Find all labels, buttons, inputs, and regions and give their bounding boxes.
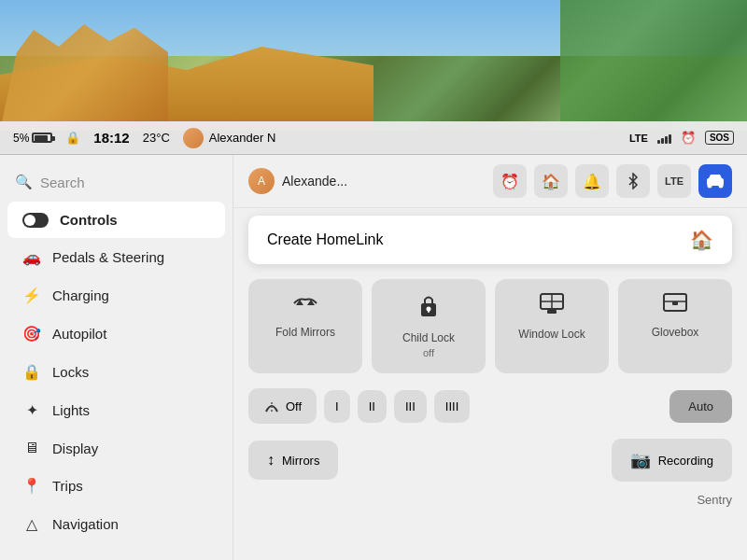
trips-icon: 📍 xyxy=(22,477,41,495)
battery-icon xyxy=(32,133,52,143)
child-lock-btn[interactable]: Child Lockoff xyxy=(372,279,486,373)
autopilot-icon: 🎯 xyxy=(22,325,41,343)
sentry-area: Sentry xyxy=(233,489,747,511)
sidebar-display-label: Display xyxy=(52,441,98,456)
svg-rect-9 xyxy=(547,310,557,314)
device-status-bar: 5% 🔒 18:12 23°C Alexander N LTE ⏰ SOS xyxy=(0,121,747,155)
user-profile-button[interactable]: A Alexande... xyxy=(248,168,347,194)
sidebar-locks-label: Locks xyxy=(52,364,89,380)
wiper-section: Off I II III IIII Auto xyxy=(233,381,747,431)
svg-point-1 xyxy=(708,184,712,189)
lte-status-label: LTE xyxy=(629,133,648,144)
svg-point-2 xyxy=(719,184,724,189)
user-avatar-status: Alexander N xyxy=(183,128,276,148)
bell-icon-btn[interactable]: 🔔 xyxy=(575,164,609,198)
child-lock-icon xyxy=(418,292,439,324)
signal-bars xyxy=(657,133,671,144)
navigation-icon: △ xyxy=(22,515,41,533)
sentry-label: Sentry xyxy=(697,493,732,507)
wiper-speed-3-btn[interactable]: III xyxy=(394,390,427,423)
alarm-icon-btn[interactable]: ⏰ xyxy=(493,164,527,198)
mirrors-icon: ↕ xyxy=(267,452,275,469)
sidebar-controls-label: Controls xyxy=(60,212,118,228)
top-icons-group: ⏰ 🏠 🔔 LTE xyxy=(493,164,732,198)
pedals-icon: 🚗 xyxy=(22,248,41,266)
charging-icon: ⚡ xyxy=(22,287,41,304)
sidebar-item-lights[interactable]: ✦ Lights xyxy=(7,391,225,429)
svg-rect-12 xyxy=(672,301,678,305)
display-icon: 🖥 xyxy=(22,440,41,456)
sidebar-charging-label: Charging xyxy=(52,287,109,303)
wiper-auto-btn[interactable]: Auto xyxy=(669,390,732,423)
bluetooth-icon-btn[interactable] xyxy=(616,164,650,198)
lights-icon: ✦ xyxy=(22,401,41,419)
fold-mirrors-icon xyxy=(292,292,318,318)
sidebar-item-pedals[interactable]: 🚗 Pedals & Steering xyxy=(7,238,225,276)
lock-icon: 🔒 xyxy=(65,131,80,145)
mirrors-btn[interactable]: ↕ Mirrors xyxy=(248,441,338,480)
recording-btn[interactable]: 📷 Recording xyxy=(612,439,732,482)
sidebar-trips-label: Trips xyxy=(52,478,83,494)
sidebar-item-controls[interactable]: Controls xyxy=(7,202,225,238)
right-top-bar: A Alexande... ⏰ 🏠 🔔 LTE xyxy=(233,155,747,208)
status-username: Alexander N xyxy=(209,131,276,145)
wiper-off-btn[interactable]: Off xyxy=(248,388,317,424)
svg-rect-5 xyxy=(428,309,430,313)
sidebar-item-display[interactable]: 🖥 Display xyxy=(7,429,225,467)
alarm-icon-status: ⏰ xyxy=(681,131,696,145)
bottom-section: ↕ Mirrors 📷 Recording xyxy=(233,431,747,489)
sidebar-item-charging[interactable]: ⚡ Charging xyxy=(7,276,225,315)
sidebar-item-locks[interactable]: 🔒 Locks xyxy=(7,353,225,391)
fold-mirrors-btn[interactable]: Fold Mirrors xyxy=(248,279,362,373)
window-lock-label: Window Lock xyxy=(518,328,585,343)
locks-icon: 🔒 xyxy=(22,363,41,381)
glovebox-icon xyxy=(662,292,688,318)
sidebar-item-navigation[interactable]: △ Navigation xyxy=(7,505,225,543)
glovebox-label: Glovebox xyxy=(652,326,699,341)
glovebox-btn[interactable]: Glovebox xyxy=(618,279,732,373)
window-lock-icon xyxy=(539,292,565,320)
recording-icon: 📷 xyxy=(630,450,651,470)
status-time: 18:12 xyxy=(93,130,129,146)
battery-display: 5% xyxy=(13,132,52,145)
sos-badge: SOS xyxy=(705,131,734,145)
sidebar-pedals-label: Pedals & Steering xyxy=(52,249,164,265)
search-icon: 🔍 xyxy=(15,174,33,190)
sidebar-item-trips[interactable]: 📍 Trips xyxy=(7,467,225,505)
home-icon-btn[interactable]: 🏠 xyxy=(534,164,568,198)
homelink-label: Create HomeLink xyxy=(267,231,384,248)
controls-toggle-icon xyxy=(22,213,49,228)
search-label: Search xyxy=(40,175,85,190)
car-mode-btn[interactable] xyxy=(698,164,732,198)
wiper-speed-1-btn[interactable]: I xyxy=(324,390,350,423)
status-temperature: 23°C xyxy=(143,131,170,145)
fold-mirrors-label: Fold Mirrors xyxy=(275,326,335,341)
controls-grid: Fold Mirrors Child Lockoff xyxy=(233,272,747,381)
wiper-off-label: Off xyxy=(286,399,302,413)
recording-label: Recording xyxy=(658,454,713,468)
wiper-auto-label: Auto xyxy=(688,399,713,413)
sidebar-navigation-label: Navigation xyxy=(52,516,119,532)
sidebar-autopilot-label: Autopilot xyxy=(52,326,106,342)
sidebar: 🔍 Search Controls 🚗 Pedals & Steering ⚡ … xyxy=(0,155,233,560)
main-content: 🔍 Search Controls 🚗 Pedals & Steering ⚡ … xyxy=(0,155,747,560)
right-panel: A Alexande... ⏰ 🏠 🔔 LTE xyxy=(233,155,747,560)
window-lock-btn[interactable]: Window Lock xyxy=(495,279,609,373)
background-photo xyxy=(0,0,747,131)
homelink-icon: 🏠 xyxy=(690,229,713,251)
wiper-speed-4-btn[interactable]: IIII xyxy=(434,390,470,423)
search-box[interactable]: 🔍 Search xyxy=(0,166,233,202)
sidebar-lights-label: Lights xyxy=(52,402,90,418)
lte-icon-btn[interactable]: LTE xyxy=(657,164,691,198)
sidebar-item-autopilot[interactable]: 🎯 Autopilot xyxy=(7,315,225,353)
mirrors-label: Mirrors xyxy=(282,454,319,468)
user-avatar: A xyxy=(248,168,275,194)
homelink-dropdown[interactable]: Create HomeLink 🏠 xyxy=(248,216,732,264)
wiper-speed-2-btn[interactable]: II xyxy=(358,390,387,423)
user-display-name: Alexande... xyxy=(282,174,347,189)
child-lock-label: Child Lockoff xyxy=(402,331,455,360)
